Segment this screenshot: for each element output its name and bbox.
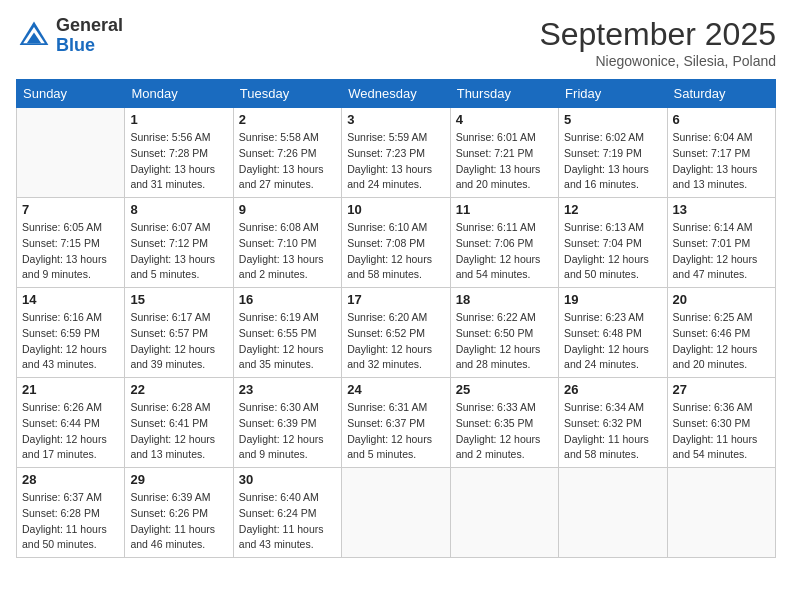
sunset-text: Sunset: 6:50 PM bbox=[456, 326, 553, 342]
sunrise-text: Sunrise: 6:01 AM bbox=[456, 130, 553, 146]
logo-general-text: General bbox=[56, 16, 123, 36]
sunrise-text: Sunrise: 6:05 AM bbox=[22, 220, 119, 236]
calendar-cell: 9Sunrise: 6:08 AMSunset: 7:10 PMDaylight… bbox=[233, 198, 341, 288]
day-number: 7 bbox=[22, 202, 119, 217]
day-header-sunday: Sunday bbox=[17, 80, 125, 108]
sunrise-text: Sunrise: 5:56 AM bbox=[130, 130, 227, 146]
day-number: 21 bbox=[22, 382, 119, 397]
sunrise-text: Sunrise: 5:58 AM bbox=[239, 130, 336, 146]
day-number: 11 bbox=[456, 202, 553, 217]
sunrise-text: Sunrise: 6:14 AM bbox=[673, 220, 770, 236]
day-info: Sunrise: 6:10 AMSunset: 7:08 PMDaylight:… bbox=[347, 220, 444, 283]
day-number: 24 bbox=[347, 382, 444, 397]
sunrise-text: Sunrise: 6:34 AM bbox=[564, 400, 661, 416]
day-info: Sunrise: 6:23 AMSunset: 6:48 PMDaylight:… bbox=[564, 310, 661, 373]
calendar-cell: 4Sunrise: 6:01 AMSunset: 7:21 PMDaylight… bbox=[450, 108, 558, 198]
sunrise-text: Sunrise: 6:19 AM bbox=[239, 310, 336, 326]
sunset-text: Sunset: 7:15 PM bbox=[22, 236, 119, 252]
day-info: Sunrise: 6:07 AMSunset: 7:12 PMDaylight:… bbox=[130, 220, 227, 283]
calendar-table: SundayMondayTuesdayWednesdayThursdayFrid… bbox=[16, 79, 776, 558]
sunrise-text: Sunrise: 6:13 AM bbox=[564, 220, 661, 236]
sunset-text: Sunset: 6:26 PM bbox=[130, 506, 227, 522]
day-info: Sunrise: 6:22 AMSunset: 6:50 PMDaylight:… bbox=[456, 310, 553, 373]
sunset-text: Sunset: 6:44 PM bbox=[22, 416, 119, 432]
day-number: 1 bbox=[130, 112, 227, 127]
day-number: 17 bbox=[347, 292, 444, 307]
day-info: Sunrise: 6:01 AMSunset: 7:21 PMDaylight:… bbox=[456, 130, 553, 193]
calendar-cell: 1Sunrise: 5:56 AMSunset: 7:28 PMDaylight… bbox=[125, 108, 233, 198]
calendar-cell: 10Sunrise: 6:10 AMSunset: 7:08 PMDayligh… bbox=[342, 198, 450, 288]
sunrise-text: Sunrise: 6:28 AM bbox=[130, 400, 227, 416]
calendar-cell: 26Sunrise: 6:34 AMSunset: 6:32 PMDayligh… bbox=[559, 378, 667, 468]
daylight-text: Daylight: 13 hours and 24 minutes. bbox=[347, 162, 444, 194]
calendar-cell bbox=[342, 468, 450, 558]
day-info: Sunrise: 5:56 AMSunset: 7:28 PMDaylight:… bbox=[130, 130, 227, 193]
daylight-text: Daylight: 12 hours and 58 minutes. bbox=[347, 252, 444, 284]
daylight-text: Daylight: 11 hours and 43 minutes. bbox=[239, 522, 336, 554]
sunset-text: Sunset: 6:37 PM bbox=[347, 416, 444, 432]
sunrise-text: Sunrise: 6:16 AM bbox=[22, 310, 119, 326]
day-header-monday: Monday bbox=[125, 80, 233, 108]
sunrise-text: Sunrise: 6:11 AM bbox=[456, 220, 553, 236]
day-info: Sunrise: 6:17 AMSunset: 6:57 PMDaylight:… bbox=[130, 310, 227, 373]
calendar-cell: 11Sunrise: 6:11 AMSunset: 7:06 PMDayligh… bbox=[450, 198, 558, 288]
logo-text: General Blue bbox=[56, 16, 123, 56]
page-header: General Blue September 2025 Niegowonice,… bbox=[16, 16, 776, 69]
day-number: 2 bbox=[239, 112, 336, 127]
sunset-text: Sunset: 7:01 PM bbox=[673, 236, 770, 252]
day-info: Sunrise: 5:58 AMSunset: 7:26 PMDaylight:… bbox=[239, 130, 336, 193]
day-info: Sunrise: 6:04 AMSunset: 7:17 PMDaylight:… bbox=[673, 130, 770, 193]
day-number: 8 bbox=[130, 202, 227, 217]
calendar-week-row: 21Sunrise: 6:26 AMSunset: 6:44 PMDayligh… bbox=[17, 378, 776, 468]
calendar-cell bbox=[450, 468, 558, 558]
calendar-cell: 29Sunrise: 6:39 AMSunset: 6:26 PMDayligh… bbox=[125, 468, 233, 558]
daylight-text: Daylight: 12 hours and 24 minutes. bbox=[564, 342, 661, 374]
daylight-text: Daylight: 11 hours and 54 minutes. bbox=[673, 432, 770, 464]
day-number: 4 bbox=[456, 112, 553, 127]
day-info: Sunrise: 6:30 AMSunset: 6:39 PMDaylight:… bbox=[239, 400, 336, 463]
daylight-text: Daylight: 13 hours and 9 minutes. bbox=[22, 252, 119, 284]
day-number: 30 bbox=[239, 472, 336, 487]
sunset-text: Sunset: 6:57 PM bbox=[130, 326, 227, 342]
logo-blue-text: Blue bbox=[56, 36, 123, 56]
daylight-text: Daylight: 13 hours and 2 minutes. bbox=[239, 252, 336, 284]
day-number: 10 bbox=[347, 202, 444, 217]
day-info: Sunrise: 6:26 AMSunset: 6:44 PMDaylight:… bbox=[22, 400, 119, 463]
sunset-text: Sunset: 7:21 PM bbox=[456, 146, 553, 162]
sunset-text: Sunset: 6:39 PM bbox=[239, 416, 336, 432]
sunrise-text: Sunrise: 6:25 AM bbox=[673, 310, 770, 326]
daylight-text: Daylight: 12 hours and 54 minutes. bbox=[456, 252, 553, 284]
title-block: September 2025 Niegowonice, Silesia, Pol… bbox=[539, 16, 776, 69]
sunrise-text: Sunrise: 6:22 AM bbox=[456, 310, 553, 326]
sunset-text: Sunset: 6:55 PM bbox=[239, 326, 336, 342]
daylight-text: Daylight: 13 hours and 20 minutes. bbox=[456, 162, 553, 194]
day-info: Sunrise: 6:34 AMSunset: 6:32 PMDaylight:… bbox=[564, 400, 661, 463]
day-number: 27 bbox=[673, 382, 770, 397]
calendar-cell: 12Sunrise: 6:13 AMSunset: 7:04 PMDayligh… bbox=[559, 198, 667, 288]
day-info: Sunrise: 6:25 AMSunset: 6:46 PMDaylight:… bbox=[673, 310, 770, 373]
calendar-cell: 20Sunrise: 6:25 AMSunset: 6:46 PMDayligh… bbox=[667, 288, 775, 378]
day-header-wednesday: Wednesday bbox=[342, 80, 450, 108]
sunrise-text: Sunrise: 6:08 AM bbox=[239, 220, 336, 236]
daylight-text: Daylight: 11 hours and 50 minutes. bbox=[22, 522, 119, 554]
sunrise-text: Sunrise: 6:04 AM bbox=[673, 130, 770, 146]
day-number: 28 bbox=[22, 472, 119, 487]
day-number: 16 bbox=[239, 292, 336, 307]
daylight-text: Daylight: 13 hours and 27 minutes. bbox=[239, 162, 336, 194]
month-title: September 2025 bbox=[539, 16, 776, 53]
sunset-text: Sunset: 6:35 PM bbox=[456, 416, 553, 432]
day-number: 13 bbox=[673, 202, 770, 217]
day-info: Sunrise: 5:59 AMSunset: 7:23 PMDaylight:… bbox=[347, 130, 444, 193]
sunset-text: Sunset: 6:41 PM bbox=[130, 416, 227, 432]
day-number: 15 bbox=[130, 292, 227, 307]
daylight-text: Daylight: 13 hours and 5 minutes. bbox=[130, 252, 227, 284]
logo-icon bbox=[16, 18, 52, 54]
calendar-week-row: 7Sunrise: 6:05 AMSunset: 7:15 PMDaylight… bbox=[17, 198, 776, 288]
day-number: 18 bbox=[456, 292, 553, 307]
calendar-cell: 15Sunrise: 6:17 AMSunset: 6:57 PMDayligh… bbox=[125, 288, 233, 378]
day-number: 23 bbox=[239, 382, 336, 397]
daylight-text: Daylight: 13 hours and 31 minutes. bbox=[130, 162, 227, 194]
day-info: Sunrise: 6:37 AMSunset: 6:28 PMDaylight:… bbox=[22, 490, 119, 553]
sunrise-text: Sunrise: 6:17 AM bbox=[130, 310, 227, 326]
day-info: Sunrise: 6:16 AMSunset: 6:59 PMDaylight:… bbox=[22, 310, 119, 373]
